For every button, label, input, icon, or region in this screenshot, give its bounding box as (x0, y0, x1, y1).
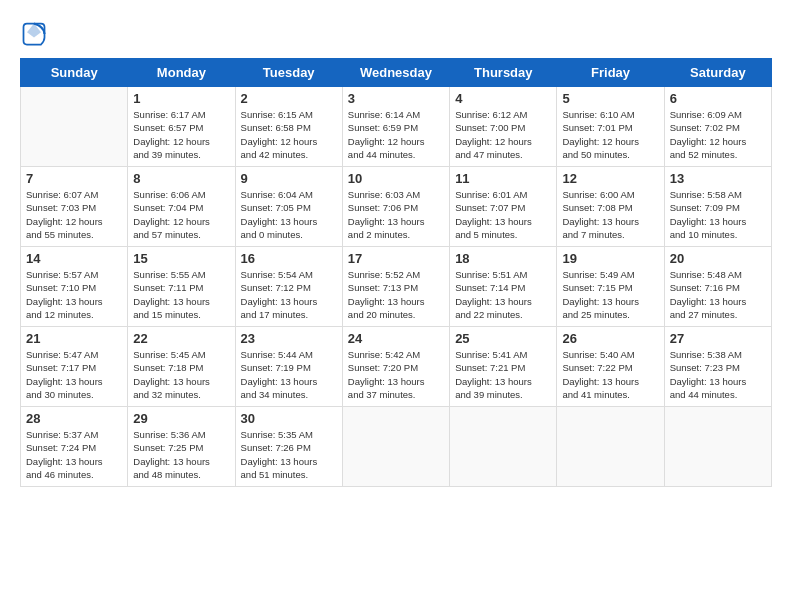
day-cell: 30Sunrise: 5:35 AM Sunset: 7:26 PM Dayli… (235, 407, 342, 487)
col-header-friday: Friday (557, 59, 664, 87)
day-cell: 28Sunrise: 5:37 AM Sunset: 7:24 PM Dayli… (21, 407, 128, 487)
day-cell: 23Sunrise: 5:44 AM Sunset: 7:19 PM Dayli… (235, 327, 342, 407)
day-info: Sunrise: 5:40 AM Sunset: 7:22 PM Dayligh… (562, 348, 658, 401)
day-cell (342, 407, 449, 487)
day-cell: 25Sunrise: 5:41 AM Sunset: 7:21 PM Dayli… (450, 327, 557, 407)
day-cell: 20Sunrise: 5:48 AM Sunset: 7:16 PM Dayli… (664, 247, 771, 327)
day-cell: 11Sunrise: 6:01 AM Sunset: 7:07 PM Dayli… (450, 167, 557, 247)
col-header-sunday: Sunday (21, 59, 128, 87)
day-info: Sunrise: 5:58 AM Sunset: 7:09 PM Dayligh… (670, 188, 766, 241)
day-info: Sunrise: 6:01 AM Sunset: 7:07 PM Dayligh… (455, 188, 551, 241)
day-number: 10 (348, 171, 444, 186)
day-number: 21 (26, 331, 122, 346)
day-info: Sunrise: 6:14 AM Sunset: 6:59 PM Dayligh… (348, 108, 444, 161)
day-number: 25 (455, 331, 551, 346)
day-info: Sunrise: 6:10 AM Sunset: 7:01 PM Dayligh… (562, 108, 658, 161)
day-info: Sunrise: 5:57 AM Sunset: 7:10 PM Dayligh… (26, 268, 122, 321)
logo (20, 20, 52, 48)
day-number: 19 (562, 251, 658, 266)
day-info: Sunrise: 5:52 AM Sunset: 7:13 PM Dayligh… (348, 268, 444, 321)
day-number: 2 (241, 91, 337, 106)
calendar-table: SundayMondayTuesdayWednesdayThursdayFrid… (20, 58, 772, 487)
day-number: 29 (133, 411, 229, 426)
day-cell: 17Sunrise: 5:52 AM Sunset: 7:13 PM Dayli… (342, 247, 449, 327)
calendar-header-row: SundayMondayTuesdayWednesdayThursdayFrid… (21, 59, 772, 87)
day-cell: 13Sunrise: 5:58 AM Sunset: 7:09 PM Dayli… (664, 167, 771, 247)
day-number: 24 (348, 331, 444, 346)
day-number: 23 (241, 331, 337, 346)
day-number: 17 (348, 251, 444, 266)
day-info: Sunrise: 6:07 AM Sunset: 7:03 PM Dayligh… (26, 188, 122, 241)
day-cell: 10Sunrise: 6:03 AM Sunset: 7:06 PM Dayli… (342, 167, 449, 247)
day-info: Sunrise: 6:04 AM Sunset: 7:05 PM Dayligh… (241, 188, 337, 241)
day-info: Sunrise: 6:09 AM Sunset: 7:02 PM Dayligh… (670, 108, 766, 161)
day-info: Sunrise: 5:37 AM Sunset: 7:24 PM Dayligh… (26, 428, 122, 481)
day-number: 20 (670, 251, 766, 266)
day-number: 1 (133, 91, 229, 106)
day-cell: 26Sunrise: 5:40 AM Sunset: 7:22 PM Dayli… (557, 327, 664, 407)
day-number: 16 (241, 251, 337, 266)
day-info: Sunrise: 6:06 AM Sunset: 7:04 PM Dayligh… (133, 188, 229, 241)
day-number: 13 (670, 171, 766, 186)
day-cell (664, 407, 771, 487)
day-info: Sunrise: 5:47 AM Sunset: 7:17 PM Dayligh… (26, 348, 122, 401)
week-row-3: 14Sunrise: 5:57 AM Sunset: 7:10 PM Dayli… (21, 247, 772, 327)
day-number: 5 (562, 91, 658, 106)
day-cell: 27Sunrise: 5:38 AM Sunset: 7:23 PM Dayli… (664, 327, 771, 407)
day-cell: 14Sunrise: 5:57 AM Sunset: 7:10 PM Dayli… (21, 247, 128, 327)
day-cell: 5Sunrise: 6:10 AM Sunset: 7:01 PM Daylig… (557, 87, 664, 167)
day-info: Sunrise: 5:44 AM Sunset: 7:19 PM Dayligh… (241, 348, 337, 401)
day-cell: 4Sunrise: 6:12 AM Sunset: 7:00 PM Daylig… (450, 87, 557, 167)
day-info: Sunrise: 5:36 AM Sunset: 7:25 PM Dayligh… (133, 428, 229, 481)
day-cell: 16Sunrise: 5:54 AM Sunset: 7:12 PM Dayli… (235, 247, 342, 327)
day-cell (450, 407, 557, 487)
day-info: Sunrise: 6:17 AM Sunset: 6:57 PM Dayligh… (133, 108, 229, 161)
day-cell: 6Sunrise: 6:09 AM Sunset: 7:02 PM Daylig… (664, 87, 771, 167)
day-cell: 7Sunrise: 6:07 AM Sunset: 7:03 PM Daylig… (21, 167, 128, 247)
day-info: Sunrise: 6:00 AM Sunset: 7:08 PM Dayligh… (562, 188, 658, 241)
day-info: Sunrise: 5:45 AM Sunset: 7:18 PM Dayligh… (133, 348, 229, 401)
day-info: Sunrise: 5:51 AM Sunset: 7:14 PM Dayligh… (455, 268, 551, 321)
day-cell (21, 87, 128, 167)
day-number: 12 (562, 171, 658, 186)
day-number: 26 (562, 331, 658, 346)
col-header-tuesday: Tuesday (235, 59, 342, 87)
day-number: 9 (241, 171, 337, 186)
day-number: 27 (670, 331, 766, 346)
day-number: 14 (26, 251, 122, 266)
day-cell: 24Sunrise: 5:42 AM Sunset: 7:20 PM Dayli… (342, 327, 449, 407)
day-number: 8 (133, 171, 229, 186)
day-number: 4 (455, 91, 551, 106)
day-info: Sunrise: 6:12 AM Sunset: 7:00 PM Dayligh… (455, 108, 551, 161)
day-cell: 29Sunrise: 5:36 AM Sunset: 7:25 PM Dayli… (128, 407, 235, 487)
col-header-saturday: Saturday (664, 59, 771, 87)
week-row-4: 21Sunrise: 5:47 AM Sunset: 7:17 PM Dayli… (21, 327, 772, 407)
calendar-header (20, 20, 772, 48)
day-cell: 21Sunrise: 5:47 AM Sunset: 7:17 PM Dayli… (21, 327, 128, 407)
day-number: 6 (670, 91, 766, 106)
day-cell: 2Sunrise: 6:15 AM Sunset: 6:58 PM Daylig… (235, 87, 342, 167)
col-header-monday: Monday (128, 59, 235, 87)
day-info: Sunrise: 5:48 AM Sunset: 7:16 PM Dayligh… (670, 268, 766, 321)
week-row-5: 28Sunrise: 5:37 AM Sunset: 7:24 PM Dayli… (21, 407, 772, 487)
day-cell: 3Sunrise: 6:14 AM Sunset: 6:59 PM Daylig… (342, 87, 449, 167)
day-cell: 9Sunrise: 6:04 AM Sunset: 7:05 PM Daylig… (235, 167, 342, 247)
day-number: 7 (26, 171, 122, 186)
logo-icon (20, 20, 48, 48)
day-number: 11 (455, 171, 551, 186)
day-info: Sunrise: 5:41 AM Sunset: 7:21 PM Dayligh… (455, 348, 551, 401)
day-cell (557, 407, 664, 487)
day-info: Sunrise: 5:42 AM Sunset: 7:20 PM Dayligh… (348, 348, 444, 401)
day-number: 3 (348, 91, 444, 106)
day-cell: 18Sunrise: 5:51 AM Sunset: 7:14 PM Dayli… (450, 247, 557, 327)
day-info: Sunrise: 6:15 AM Sunset: 6:58 PM Dayligh… (241, 108, 337, 161)
day-cell: 15Sunrise: 5:55 AM Sunset: 7:11 PM Dayli… (128, 247, 235, 327)
day-number: 28 (26, 411, 122, 426)
day-info: Sunrise: 5:55 AM Sunset: 7:11 PM Dayligh… (133, 268, 229, 321)
day-info: Sunrise: 5:35 AM Sunset: 7:26 PM Dayligh… (241, 428, 337, 481)
day-info: Sunrise: 6:03 AM Sunset: 7:06 PM Dayligh… (348, 188, 444, 241)
day-number: 18 (455, 251, 551, 266)
week-row-1: 1Sunrise: 6:17 AM Sunset: 6:57 PM Daylig… (21, 87, 772, 167)
col-header-wednesday: Wednesday (342, 59, 449, 87)
day-cell: 8Sunrise: 6:06 AM Sunset: 7:04 PM Daylig… (128, 167, 235, 247)
